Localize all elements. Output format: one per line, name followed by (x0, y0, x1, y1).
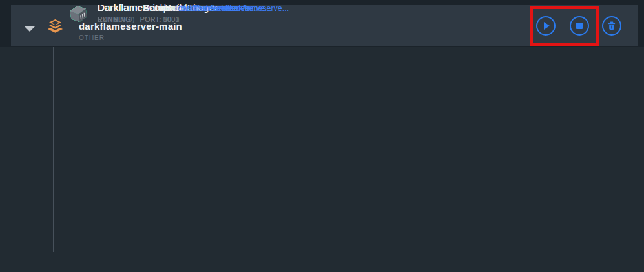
stack-layers-icon (45, 16, 65, 36)
chevron-down-icon[interactable] (25, 26, 35, 32)
group-subtitle: OTHER (79, 34, 182, 41)
delete-button[interactable] (602, 16, 621, 36)
container-image-link[interactable]: darkflameserve... (178, 4, 240, 13)
container-status: EXITED (0) (98, 16, 135, 23)
stop-button[interactable] (570, 16, 589, 36)
stop-icon (576, 23, 583, 29)
trash-icon (607, 21, 617, 31)
container-box-icon (68, 4, 89, 24)
start-button[interactable] (536, 16, 556, 36)
tree-guide-line (53, 47, 54, 252)
container-group-panel: darkflameserver-main OTHER (0, 0, 644, 272)
bottom-divider (11, 266, 636, 266)
container-name: DarkflameSetup (98, 2, 169, 13)
container-row[interactable]: DarkflameSetup darkflameserve... EXITED … (68, 0, 240, 24)
play-icon (544, 22, 550, 30)
